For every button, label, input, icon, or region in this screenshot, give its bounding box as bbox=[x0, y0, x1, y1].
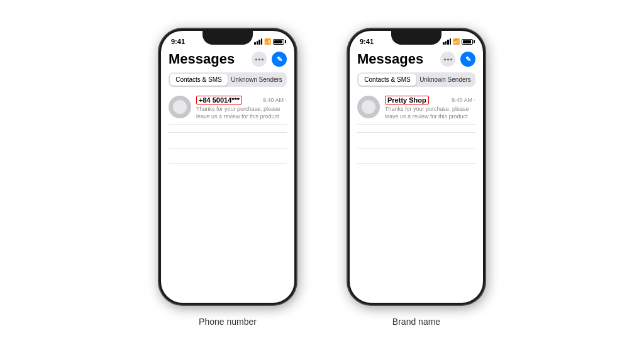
chevron-right: › bbox=[474, 97, 475, 103]
avatar-right bbox=[357, 96, 380, 118]
screen-content-left: Messages ✎ bbox=[161, 48, 294, 164]
status-time-right: 9:41 bbox=[360, 38, 374, 45]
compose-button-left[interactable]: ✎ bbox=[272, 52, 287, 67]
wifi-icon-right: 📶 bbox=[453, 38, 460, 45]
tabs-right: Contacts & SMS Unknown Senders bbox=[357, 72, 475, 87]
message-info-left: +84 50014*** 9:40 AM › Thanks for your p… bbox=[196, 96, 287, 120]
message-time-right: 9:40 AM › bbox=[452, 97, 475, 103]
tabs-left: Contacts & SMS Unknown Senders bbox=[169, 72, 287, 87]
phone-wrapper-left: 9:41 📶 bbox=[158, 28, 297, 327]
messages-title-left: Messages ✎ bbox=[169, 51, 287, 67]
message-preview-right: Thanks for your purchase, please leave u… bbox=[385, 106, 475, 120]
comparison-container: 9:41 📶 bbox=[158, 28, 486, 327]
battery-icon-right bbox=[462, 39, 473, 45]
title-icons-right: ✎ bbox=[440, 52, 475, 67]
message-time-left: 9:40 AM › bbox=[263, 97, 287, 103]
phone-label-left: Phone number bbox=[199, 317, 257, 327]
phone-frame-right: 9:41 📶 bbox=[347, 28, 486, 305]
status-icons-left: 📶 bbox=[254, 38, 284, 45]
wifi-icon-left: 📶 bbox=[264, 38, 271, 45]
notch-left bbox=[203, 31, 253, 45]
message-item-right[interactable]: Pretty Shop 9:40 AM › Thanks for your pu… bbox=[357, 92, 475, 125]
phone-inner-left: 9:41 📶 bbox=[161, 31, 294, 303]
signal-icon-left bbox=[254, 38, 262, 45]
signal-icon-right bbox=[443, 38, 451, 45]
dots-button-left[interactable] bbox=[252, 52, 267, 67]
message-preview-left: Thanks for your purchase, please leave u… bbox=[196, 106, 287, 120]
avatar-left bbox=[169, 96, 191, 118]
sender-name-left: +84 50014*** bbox=[196, 96, 242, 104]
phone-label-right: Brand name bbox=[392, 317, 440, 327]
phone-frame-left: 9:41 📶 bbox=[158, 28, 297, 305]
screen-content-right: Messages ✎ bbox=[350, 48, 483, 164]
tab-unknown-senders-right[interactable]: Unknown Senders bbox=[416, 74, 474, 86]
phone-inner-right: 9:41 📶 bbox=[350, 31, 483, 303]
title-text-right: Messages bbox=[357, 51, 423, 67]
title-icons-left: ✎ bbox=[252, 52, 287, 67]
status-time-left: 9:41 bbox=[171, 38, 185, 45]
status-icons-right: 📶 bbox=[443, 38, 473, 45]
message-info-right: Pretty Shop 9:40 AM › Thanks for your pu… bbox=[385, 96, 475, 120]
messages-title-right: Messages ✎ bbox=[357, 51, 475, 67]
notch-right bbox=[391, 31, 441, 45]
compose-icon-left: ✎ bbox=[277, 56, 282, 63]
sender-name-right: Pretty Shop bbox=[385, 96, 429, 104]
compose-icon-right: ✎ bbox=[465, 56, 471, 63]
message-item-left[interactable]: +84 50014*** 9:40 AM › Thanks for your p… bbox=[169, 92, 287, 125]
tab-contacts-sms-left[interactable]: Contacts & SMS bbox=[170, 74, 228, 86]
tab-contacts-sms-right[interactable]: Contacts & SMS bbox=[358, 74, 416, 86]
chevron-left: › bbox=[285, 97, 287, 103]
compose-button-right[interactable]: ✎ bbox=[460, 52, 475, 67]
tab-unknown-senders-left[interactable]: Unknown Senders bbox=[228, 74, 286, 86]
title-text-left: Messages bbox=[169, 51, 235, 67]
dots-button-right[interactable] bbox=[440, 52, 455, 67]
battery-icon-left bbox=[273, 39, 284, 45]
phone-wrapper-right: 9:41 📶 bbox=[347, 28, 486, 327]
